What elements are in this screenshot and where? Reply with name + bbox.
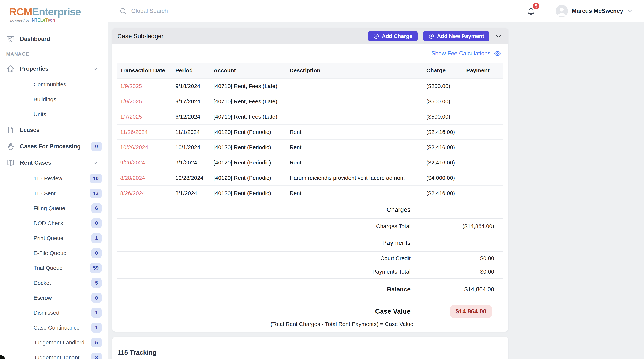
- cell-period: 9/18/2024: [175, 83, 214, 89]
- count-badge: 3: [92, 353, 102, 359]
- sidebar-item[interactable]: Case Continuance 1: [0, 320, 108, 335]
- case-subledger-card: Case Sub-ledger Add Charge Add New Payme…: [112, 28, 508, 331]
- cell-transaction-date[interactable]: 1/7/2025: [120, 114, 175, 120]
- sidebar-item[interactable]: Filing Queue 6: [0, 201, 108, 216]
- sidebar-item-icon: [6, 159, 15, 167]
- sidebar-item-label: Filing Queue: [34, 205, 65, 211]
- sidebar-item[interactable]: Properties: [0, 61, 108, 77]
- user-menu-chevron-icon[interactable]: [626, 8, 633, 15]
- user-name[interactable]: Marcus McSweney: [572, 8, 623, 14]
- sidebar-item[interactable]: Escrow 0: [0, 290, 108, 305]
- sidebar-item[interactable]: Leases: [0, 122, 108, 138]
- table-row: 9/26/2024 9/1/2024 [40120] Rent (Periodi…: [118, 155, 503, 170]
- count-badge: 6: [92, 203, 102, 213]
- notifications-button[interactable]: 5: [526, 7, 536, 16]
- cell-charge: ($4,000.00): [426, 175, 466, 181]
- col-payment: Payment: [466, 67, 503, 74]
- sidebar-item[interactable]: Docket 5: [0, 275, 108, 290]
- count-badge: 59: [90, 263, 102, 273]
- powered-by: powered by INTELeTech: [9, 18, 108, 23]
- tracking-card: 115 Tracking: [112, 337, 508, 359]
- sidebar: RCMEnterprise powered by INTELeTech Dash…: [0, 0, 108, 359]
- chevron-down-icon: [92, 159, 98, 166]
- cell-account: [40120] Rent (Periodic): [214, 190, 290, 196]
- add-charge-button[interactable]: Add Charge: [368, 31, 418, 41]
- cell-transaction-date[interactable]: 8/26/2024: [120, 190, 175, 196]
- count-badge: 0: [92, 248, 102, 258]
- sidebar-item-label: Units: [34, 111, 46, 118]
- chevron-down-icon: [92, 66, 98, 72]
- tracking-title: 115 Tracking: [118, 349, 508, 356]
- avatar[interactable]: [556, 5, 568, 17]
- sidebar-item[interactable]: DOD Check 0: [0, 216, 108, 231]
- add-new-payment-button[interactable]: Add New Payment: [423, 31, 489, 41]
- sidebar-item-icon: [6, 323, 15, 332]
- count-badge: 0: [92, 293, 102, 303]
- cell-description: Rent: [290, 144, 426, 151]
- cell-description: Rent: [290, 129, 426, 135]
- sidebar-item-icon: [6, 279, 15, 287]
- sidebar-item-label: Properties: [20, 66, 48, 72]
- sidebar-item-label: Rent Cases: [20, 159, 52, 166]
- sidebar-item-icon: [6, 174, 15, 183]
- sidebar-item-label: Leases: [20, 127, 40, 133]
- app-logo: RCMEnterprise powered by INTELeTech: [0, 0, 108, 31]
- cell-charge: ($500.00): [426, 98, 466, 105]
- cell-charge: ($2,416.00): [426, 190, 466, 196]
- cell-transaction-date[interactable]: 8/28/2024: [120, 175, 175, 181]
- count-badge: 1: [92, 323, 102, 332]
- main-content: Case Sub-ledger Add Charge Add New Payme…: [108, 22, 644, 359]
- cell-period: 11/1/2024: [175, 129, 214, 135]
- col-transaction-date: Transaction Date: [120, 67, 175, 74]
- sidebar-item[interactable]: Units: [0, 107, 108, 122]
- sidebar-item[interactable]: Cases For Processing 0: [0, 138, 108, 155]
- charges-heading: Charges: [120, 206, 410, 213]
- charges-total-label: Charges Total: [120, 223, 410, 229]
- sidebar-item-icon: [6, 353, 15, 359]
- sidebar-item[interactable]: Trial Queue 59: [0, 260, 108, 275]
- payments-heading: Payments: [120, 239, 410, 246]
- cell-period: 9/17/2024: [175, 98, 214, 105]
- fee-link-label: Show Fee Calculations: [432, 50, 490, 57]
- sidebar-item-icon: [6, 80, 15, 89]
- sidebar-item-icon: [6, 293, 15, 302]
- subledger-summary: Charges Charges Total ($14,864.00) Payme…: [118, 201, 503, 327]
- sidebar-item[interactable]: Dismissed 1: [0, 305, 108, 320]
- cell-transaction-date[interactable]: 10/26/2024: [120, 144, 175, 151]
- collapse-chevron-icon[interactable]: [494, 32, 502, 40]
- col-account: Account: [214, 67, 290, 74]
- sidebar-item[interactable]: 115 Review 10: [0, 171, 108, 186]
- payments-total-row: Payments Total $0.00: [118, 265, 503, 278]
- eye-icon: [494, 50, 502, 58]
- sidebar-item-label: Dashboard: [20, 36, 50, 42]
- count-badge: 5: [92, 278, 102, 288]
- sidebar-item[interactable]: Print Queue 1: [0, 231, 108, 246]
- cell-transaction-date[interactable]: 1/9/2025: [120, 98, 175, 105]
- cell-transaction-date[interactable]: 9/26/2024: [120, 159, 175, 166]
- sidebar-item[interactable]: Judgement Landlord 5: [0, 335, 108, 350]
- count-badge: 5: [92, 338, 102, 347]
- cell-transaction-date[interactable]: 1/9/2025: [120, 83, 175, 89]
- sidebar-item[interactable]: E-File Queue 0: [0, 246, 108, 260]
- table-row: 1/9/2025 9/17/2024 [40710] Rent, Fees (L…: [118, 94, 503, 109]
- cell-account: [40120] Rent (Periodic): [214, 175, 290, 181]
- sidebar-item[interactable]: Rent Cases: [0, 155, 108, 171]
- global-search-input[interactable]: [131, 8, 526, 14]
- show-fee-calculations-link[interactable]: Show Fee Calculations: [432, 50, 502, 58]
- cell-account: [40120] Rent (Periodic): [214, 144, 290, 151]
- sidebar-item-label: E-File Queue: [34, 250, 66, 256]
- count-badge: 0: [92, 218, 102, 228]
- sidebar-item[interactable]: Dashboard: [0, 31, 108, 47]
- sidebar-item-label: Judgement Tenant: [34, 354, 80, 359]
- sidebar-item[interactable]: Judgement Tenant 3: [0, 350, 108, 359]
- cell-transaction-date[interactable]: 11/26/2024: [120, 129, 175, 135]
- sidebar-item-label: Cases For Processing: [20, 143, 81, 150]
- sidebar-item-icon: [6, 65, 15, 73]
- count-badge: 13: [90, 189, 102, 198]
- sidebar-item[interactable]: 115 Sent 13: [0, 186, 108, 201]
- sidebar-item-label: Trial Queue: [34, 265, 62, 271]
- sidebar-item[interactable]: Communities: [0, 77, 108, 92]
- sidebar-item-label: Buildings: [34, 96, 56, 103]
- sidebar-item[interactable]: Buildings: [0, 92, 108, 107]
- sidebar-nav: Dashboard MANAGE Properties Communities …: [0, 31, 108, 359]
